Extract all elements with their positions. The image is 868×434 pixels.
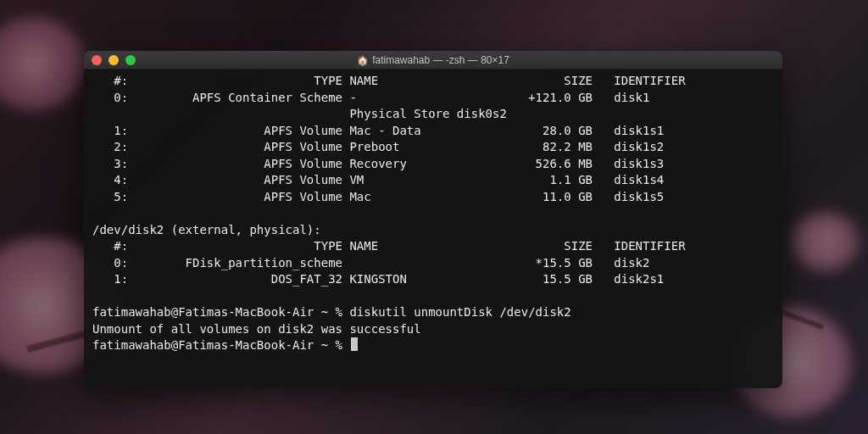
bg-flower xyxy=(792,212,860,271)
titlebar: 🏠fatimawahab — -zsh — 80×17 xyxy=(84,51,782,70)
close-button[interactable] xyxy=(92,55,102,65)
terminal-body[interactable]: #: TYPE NAME SIZE IDENTIFIER 0: APFS Con… xyxy=(84,70,782,388)
terminal-window: 🏠fatimawahab — -zsh — 80×17 #: TYPE NAME… xyxy=(84,51,782,388)
cursor xyxy=(351,337,358,351)
bg-flower xyxy=(0,17,85,110)
window-title-text: fatimawahab — -zsh — 80×17 xyxy=(372,54,509,66)
traffic-lights xyxy=(84,55,136,65)
home-icon: 🏠 xyxy=(357,55,369,66)
window-title: 🏠fatimawahab — -zsh — 80×17 xyxy=(84,54,782,66)
maximize-button[interactable] xyxy=(125,55,136,65)
minimize-button[interactable] xyxy=(108,55,119,65)
